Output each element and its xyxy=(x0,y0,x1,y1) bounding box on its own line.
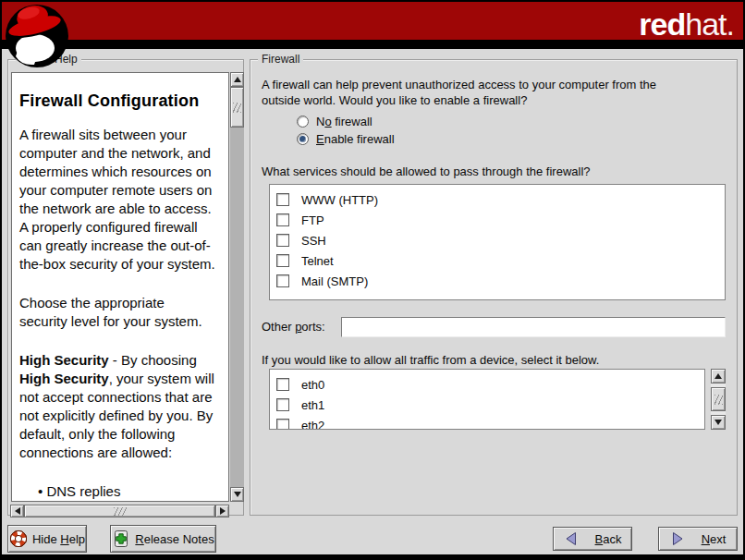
scroll-right-button[interactable] xyxy=(215,505,229,517)
wordmark-hat: hat. xyxy=(685,6,734,42)
help-title: Firewall Configuration xyxy=(19,91,223,111)
device-row-eth1[interactable]: eth1 xyxy=(270,395,704,415)
thumb-grip xyxy=(114,507,127,516)
checkbox[interactable] xyxy=(276,254,289,267)
scroll-up-button[interactable] xyxy=(230,72,244,87)
help-paragraph: A firewall sits between your computer an… xyxy=(19,126,223,274)
devices-question: If you would like to allow all traffic f… xyxy=(262,352,599,368)
help-paragraph: High Security - By choosing High Securit… xyxy=(19,351,223,462)
device-label: eth2 xyxy=(301,419,324,431)
next-arrow-icon xyxy=(670,531,685,546)
firewall-panel: Firewall A firewall can help prevent una… xyxy=(250,59,738,516)
help-bullet-item: • DNS replies xyxy=(19,482,223,501)
redhat-shadowman-logo xyxy=(5,3,69,67)
scroll-left-button[interactable] xyxy=(10,505,24,517)
scroll-down-button[interactable] xyxy=(230,487,244,502)
checkbox[interactable] xyxy=(276,419,289,430)
devices-vertical-scrollbar[interactable] xyxy=(711,369,726,430)
next-label: Next xyxy=(702,532,727,546)
installer-window: redhat. Online Help Firewall Configurati… xyxy=(0,0,745,560)
service-row-ftp[interactable]: FTP xyxy=(270,210,725,230)
service-row-mail-smtp-[interactable]: Mail (SMTP) xyxy=(270,271,725,291)
checkbox[interactable] xyxy=(276,234,289,247)
service-label: WWW (HTTP) xyxy=(301,193,378,207)
arrow-down-icon xyxy=(714,420,722,425)
checkbox[interactable] xyxy=(276,274,289,287)
help-paragraph: Choose the appropriate security level fo… xyxy=(19,294,223,331)
help-body: A firewall sits between your computer an… xyxy=(19,126,223,501)
release-notes-label: Release Notes xyxy=(135,532,214,546)
top-banner: redhat. xyxy=(2,2,743,44)
checkbox[interactable] xyxy=(276,398,289,411)
checkbox[interactable] xyxy=(276,193,289,206)
service-label: SSH xyxy=(301,234,326,248)
back-label: Back xyxy=(595,532,622,546)
wordmark-red: red xyxy=(639,6,685,42)
scroll-down-button[interactable] xyxy=(711,415,726,430)
service-label: FTP xyxy=(301,213,324,227)
devices-list[interactable]: eth0eth1eth2 xyxy=(269,369,705,430)
arrow-right-icon xyxy=(220,507,226,515)
thumb-grip xyxy=(233,103,241,113)
device-row-eth2[interactable]: eth2 xyxy=(270,415,704,430)
firewall-intro-text: A firewall can help prevent unauthorized… xyxy=(262,77,728,108)
other-ports-input[interactable] xyxy=(341,317,726,337)
hide-help-label: Hide Help xyxy=(32,532,85,546)
scrollbar-thumb[interactable] xyxy=(24,505,215,517)
radio-label: Enable firewall xyxy=(316,132,395,146)
redhat-wordmark: redhat. xyxy=(639,6,734,43)
radio-option-enable-firewall[interactable]: Enable firewall xyxy=(297,130,395,148)
services-question: What services should be allowed to pass … xyxy=(262,164,591,179)
scrollbar-trough[interactable] xyxy=(711,383,726,415)
scrollbar-trough[interactable] xyxy=(230,87,244,487)
back-arrow-icon xyxy=(564,531,579,546)
firewall-frame-label: Firewall xyxy=(258,53,303,67)
other-ports-label: Other ports: xyxy=(262,320,325,334)
release-notes-button[interactable]: Release Notes xyxy=(110,525,216,553)
release-notes-icon xyxy=(112,530,130,548)
firewall-radio-group: No firewallEnable firewall xyxy=(297,113,395,148)
radio-button[interactable] xyxy=(297,133,309,145)
online-help-panel: Online Help Firewall Configuration A fir… xyxy=(7,59,244,516)
service-row-www-http-[interactable]: WWW (HTTP) xyxy=(270,189,725,210)
service-row-telnet[interactable]: Telnet xyxy=(270,250,725,271)
device-label: eth1 xyxy=(301,398,324,412)
device-label: eth0 xyxy=(301,378,324,392)
help-vertical-scrollbar[interactable] xyxy=(230,72,244,502)
service-label: Mail (SMTP) xyxy=(301,274,368,288)
hide-help-button[interactable]: Hide Help xyxy=(7,525,87,553)
scroll-up-button[interactable] xyxy=(711,369,726,383)
back-button[interactable]: Back xyxy=(553,527,632,551)
next-button[interactable]: Next xyxy=(658,527,738,551)
checkbox[interactable] xyxy=(276,213,289,226)
arrow-up-icon xyxy=(234,77,241,82)
checkbox[interactable] xyxy=(276,378,289,391)
help-text-area: Firewall Configuration A firewall sits b… xyxy=(11,72,229,502)
device-row-eth0[interactable]: eth0 xyxy=(270,374,704,395)
service-label: Telnet xyxy=(301,254,334,268)
services-list[interactable]: WWW (HTTP)FTPSSHTelnetMail (SMTP) xyxy=(269,184,726,300)
radio-label: No firewall xyxy=(316,115,372,128)
arrow-up-icon xyxy=(714,373,722,379)
scrollbar-thumb[interactable] xyxy=(711,387,726,411)
arrow-down-icon xyxy=(234,492,241,497)
scrollbar-thumb[interactable] xyxy=(230,87,244,128)
life-preserver-icon xyxy=(9,530,28,548)
help-horizontal-scrollbar[interactable] xyxy=(10,505,229,517)
radio-option-no-firewall[interactable]: No firewall xyxy=(297,113,395,130)
arrow-left-icon xyxy=(15,507,20,515)
radio-button[interactable] xyxy=(297,116,309,128)
service-row-ssh[interactable]: SSH xyxy=(270,230,725,250)
thumb-grip xyxy=(714,395,723,405)
